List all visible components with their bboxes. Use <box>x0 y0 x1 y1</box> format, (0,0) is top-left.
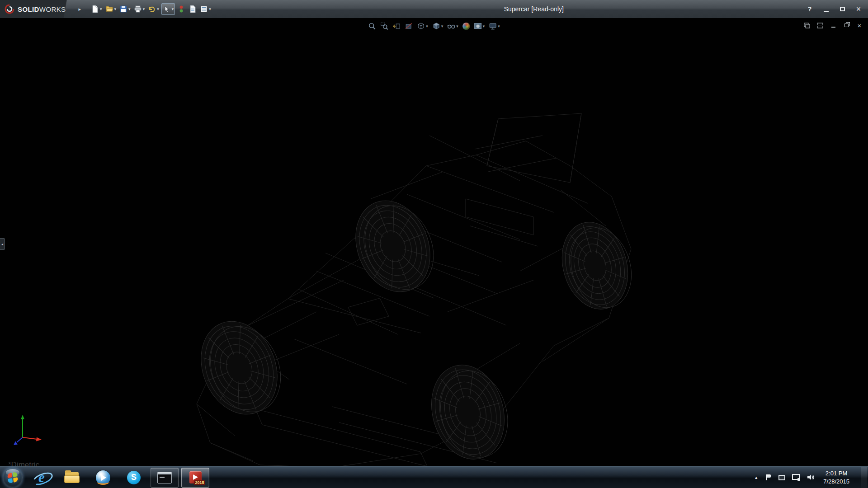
view-settings-icon <box>489 22 497 30</box>
dropdown-icon[interactable]: ▾ <box>100 7 102 11</box>
undo-button[interactable]: ▾ <box>147 4 160 14</box>
start-button[interactable] <box>3 468 23 488</box>
view-orientation-icon <box>417 22 425 30</box>
save-icon <box>119 5 127 13</box>
dropdown-icon[interactable]: ▾ <box>426 24 428 28</box>
tray-app-window-icon[interactable] <box>778 475 785 480</box>
window-controls: ? × <box>804 0 864 18</box>
edit-appearance-button[interactable] <box>462 22 470 30</box>
zoom-to-fit-icon <box>368 22 376 30</box>
select-button[interactable]: ▾ <box>161 3 175 15</box>
save-button[interactable]: ▾ <box>118 4 132 14</box>
dropdown-icon[interactable]: ▾ <box>128 7 131 11</box>
volume-icon[interactable] <box>807 474 815 481</box>
dropdown-icon[interactable]: ▾ <box>143 7 145 11</box>
action-center-flag-icon[interactable] <box>765 474 772 481</box>
dropdown-icon[interactable]: ▾ <box>157 7 159 11</box>
file-properties-icon <box>189 5 197 13</box>
rebuild-icon <box>177 5 185 13</box>
previous-view-button[interactable] <box>392 22 401 31</box>
view-orientation-button[interactable]: ▾ <box>416 22 429 31</box>
cascade-windows-icon <box>804 23 810 28</box>
dropdown-icon[interactable]: ▾ <box>483 24 485 28</box>
app-name-light: WORKS <box>39 5 66 13</box>
graphics-viewport[interactable]: ▾ ▾ ▾ ▾ <box>0 18 868 466</box>
view-orientation-label: *Dimetric <box>8 460 39 466</box>
view-settings-button[interactable]: ▾ <box>488 22 500 31</box>
clock-time: 2:01 PM <box>823 469 849 478</box>
solidworks-logo-icon <box>5 4 14 14</box>
file-properties-button[interactable] <box>188 4 198 14</box>
wireframe-model[interactable] <box>0 18 868 466</box>
new-document-button[interactable]: ▾ <box>90 4 103 14</box>
tile-windows-icon <box>817 23 823 28</box>
solidworks-app-icon: 2015 <box>189 471 202 483</box>
restore-document-button[interactable] <box>842 22 850 29</box>
show-desktop-button[interactable] <box>861 467 867 488</box>
clock-date: 7/28/2015 <box>823 478 849 486</box>
taskbar-solidworks[interactable]: 2015 <box>181 468 209 488</box>
taskbar-skype[interactable]: S <box>120 468 148 488</box>
undo-icon <box>148 5 156 13</box>
display-style-button[interactable]: ▾ <box>432 22 444 31</box>
dropdown-icon[interactable]: ▾ <box>114 7 117 11</box>
help-button[interactable]: ? <box>804 4 816 14</box>
zoom-to-area-icon <box>380 22 388 30</box>
select-cursor-icon <box>163 5 171 13</box>
hide-show-items-button[interactable]: ▾ <box>447 22 459 31</box>
dropdown-icon[interactable]: ▾ <box>456 24 458 28</box>
skype-letter: S <box>131 473 137 482</box>
show-hidden-icons-button[interactable]: ▲ <box>754 475 758 480</box>
network-icon[interactable] <box>792 474 800 481</box>
new-document-icon <box>91 5 99 13</box>
orientation-triad[interactable] <box>5 409 46 448</box>
ie-letter: e <box>38 470 45 484</box>
document-window-controls: × <box>803 22 863 29</box>
zoom-to-area-button[interactable] <box>380 22 389 31</box>
taskbar: e S 2015 ▲ 2:01 PM 7/28/2015 <box>0 466 868 488</box>
taskbar-command-prompt[interactable] <box>151 468 179 488</box>
command-prompt-icon <box>157 472 172 483</box>
taskbar-clock[interactable]: 2:01 PM 7/28/2015 <box>821 469 851 485</box>
options-icon <box>200 5 208 13</box>
dropdown-icon[interactable]: ▾ <box>172 7 174 11</box>
maximize-icon <box>840 7 845 11</box>
hide-show-items-icon <box>447 22 455 30</box>
cascade-windows-button[interactable] <box>803 22 811 29</box>
title-bar: SOLIDWORKS ▸ ▾ ▾ ▾ ▾ <box>0 0 868 18</box>
solidworks-year-badge: 2015 <box>194 480 205 485</box>
taskbar-windows-explorer[interactable] <box>58 468 86 488</box>
open-button[interactable]: ▾ <box>104 4 118 14</box>
menu-expand-icon[interactable]: ▸ <box>79 6 81 12</box>
open-folder-icon <box>105 5 113 13</box>
panel-collapse-tab[interactable]: ◂ <box>0 238 5 250</box>
internet-explorer-icon: e <box>32 469 51 486</box>
close-document-button[interactable]: × <box>855 22 863 29</box>
print-button[interactable]: ▾ <box>133 4 146 14</box>
edit-appearance-icon <box>462 23 470 30</box>
dropdown-icon[interactable]: ▾ <box>498 24 500 28</box>
section-view-button[interactable] <box>404 22 413 31</box>
maximize-button[interactable] <box>836 4 848 14</box>
tile-windows-button[interactable] <box>816 22 824 29</box>
previous-view-icon <box>392 22 401 30</box>
media-player-icon <box>96 470 110 485</box>
minimize-button[interactable] <box>820 4 832 14</box>
options-button[interactable]: ▾ <box>199 4 212 14</box>
apply-scene-icon <box>474 22 482 30</box>
dropdown-icon[interactable]: ▾ <box>209 7 211 11</box>
zoom-to-fit-button[interactable] <box>368 22 377 31</box>
dropdown-icon[interactable]: ▾ <box>441 24 443 28</box>
skype-icon: S <box>127 471 141 484</box>
taskbar-media-player[interactable] <box>89 468 117 488</box>
restore-icon <box>844 23 849 27</box>
apply-scene-button[interactable]: ▾ <box>473 22 486 31</box>
collapse-arrow-icon: ◂ <box>1 242 3 246</box>
solidworks-brand: SOLIDWORKS <box>0 0 78 18</box>
minimize-document-button[interactable] <box>829 22 837 29</box>
close-button[interactable]: × <box>853 4 864 14</box>
minimize-icon <box>824 11 829 12</box>
taskbar-internet-explorer[interactable]: e <box>28 468 56 488</box>
rebuild-button[interactable] <box>176 4 186 14</box>
document-title: Supercar [Read-only] <box>504 5 564 13</box>
